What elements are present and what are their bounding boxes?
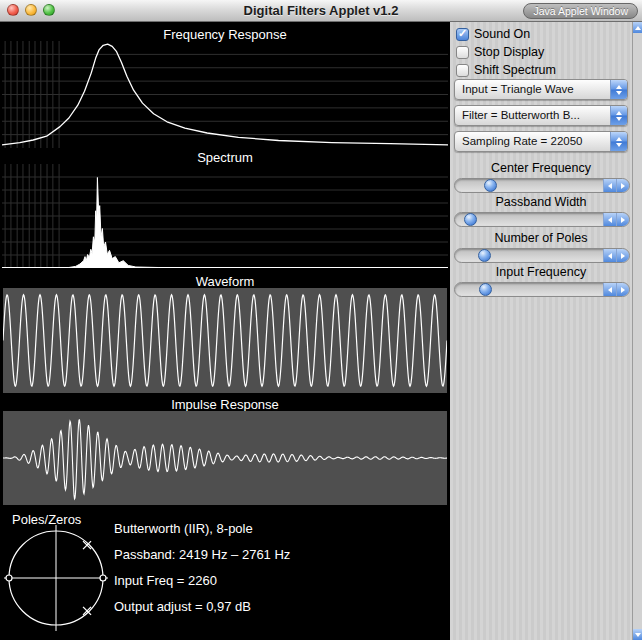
- waveform-plot: [3, 288, 447, 393]
- sound-on-checkbox[interactable]: ✓: [456, 28, 469, 41]
- slider-thumb[interactable]: [478, 249, 491, 262]
- slider-thumb[interactable]: [464, 213, 477, 226]
- slider-right-arrow[interactable]: [616, 283, 629, 296]
- shift-spectrum-row[interactable]: ✓ Shift Spectrum: [456, 62, 556, 78]
- passband-width-slider[interactable]: [454, 212, 630, 227]
- impulse-response-title: Impulse Response: [0, 397, 450, 412]
- passband-info: Passband: 2419 Hz – 2761 Hz: [114, 542, 290, 568]
- slider-right-arrow[interactable]: [616, 213, 629, 226]
- sampling-rate-value: Sampling Rate = 22050: [462, 135, 583, 147]
- input-frequency-slider[interactable]: [454, 282, 630, 297]
- sound-on-row[interactable]: ✓ Sound On: [456, 26, 530, 42]
- applet-window: Digital Filters Applet v1.2 Java Applet …: [0, 0, 642, 640]
- input-waveform-value: Input = Triangle Wave: [462, 83, 574, 95]
- filter-type-value: Filter = Butterworth B...: [462, 109, 580, 121]
- spectrum-plot: [2, 164, 448, 268]
- stepper-arrows-icon[interactable]: [610, 106, 627, 125]
- output-adjust-info: Output adjust = 0,97 dB: [114, 594, 290, 620]
- center-frequency-slider[interactable]: [454, 178, 630, 193]
- passband-width-label: Passband Width: [452, 195, 630, 209]
- stop-display-row[interactable]: ✓ Stop Display: [456, 44, 544, 60]
- frequency-response-title: Frequency Response: [0, 27, 450, 42]
- filter-description: Butterworth (IIR), 8-pole: [114, 516, 290, 542]
- input-frequency-info: Input Freq = 2260: [114, 568, 290, 594]
- slider-thumb[interactable]: [479, 283, 492, 296]
- center-frequency-label: Center Frequency: [452, 161, 630, 175]
- spectrum-title: Spectrum: [0, 150, 450, 165]
- sound-on-label: Sound On: [474, 27, 530, 41]
- filter-type-dropdown[interactable]: Filter = Butterworth B...: [454, 105, 628, 126]
- input-frequency-label: Input Frequency: [452, 265, 630, 279]
- plots-area: Frequency Response Spectrum Waveform Imp…: [0, 22, 450, 640]
- number-of-poles-label: Number of Poles: [452, 231, 630, 245]
- vertical-scrollbar[interactable]: [632, 22, 642, 640]
- sampling-rate-dropdown[interactable]: Sampling Rate = 22050: [454, 131, 628, 152]
- shift-spectrum-checkbox[interactable]: ✓: [456, 64, 469, 77]
- check-icon: ✓: [458, 28, 467, 39]
- control-sidebar: ✓ Sound On ✓ Stop Display ✓ Shift Spectr…: [450, 22, 632, 640]
- slider-right-arrow[interactable]: [616, 179, 629, 192]
- slider-right-arrow[interactable]: [616, 249, 629, 262]
- poles-zeros-plot: [0, 524, 112, 632]
- stepper-arrows-icon[interactable]: [610, 132, 627, 151]
- slider-left-arrow[interactable]: [603, 283, 616, 296]
- number-of-poles-slider[interactable]: [454, 248, 630, 263]
- shift-spectrum-label: Shift Spectrum: [474, 63, 556, 77]
- scroll-up-arrow[interactable]: [633, 22, 642, 33]
- slider-left-arrow[interactable]: [603, 249, 616, 262]
- stop-display-label: Stop Display: [474, 45, 544, 59]
- waveform-title: Waveform: [0, 274, 450, 289]
- java-applet-window-badge: Java Applet Window: [523, 3, 638, 19]
- frequency-response-plot: [2, 41, 448, 148]
- stepper-arrows-icon[interactable]: [610, 80, 627, 99]
- scroll-down-arrow[interactable]: [633, 629, 642, 640]
- title-bar: Digital Filters Applet v1.2 Java Applet …: [0, 0, 642, 22]
- stop-display-checkbox[interactable]: ✓: [456, 46, 469, 59]
- slider-left-arrow[interactable]: [603, 179, 616, 192]
- input-waveform-dropdown[interactable]: Input = Triangle Wave: [454, 79, 628, 100]
- filter-info-text: Butterworth (IIR), 8-pole Passband: 2419…: [114, 516, 290, 620]
- impulse-response-plot: [3, 411, 447, 505]
- slider-thumb[interactable]: [484, 179, 497, 192]
- slider-left-arrow[interactable]: [603, 213, 616, 226]
